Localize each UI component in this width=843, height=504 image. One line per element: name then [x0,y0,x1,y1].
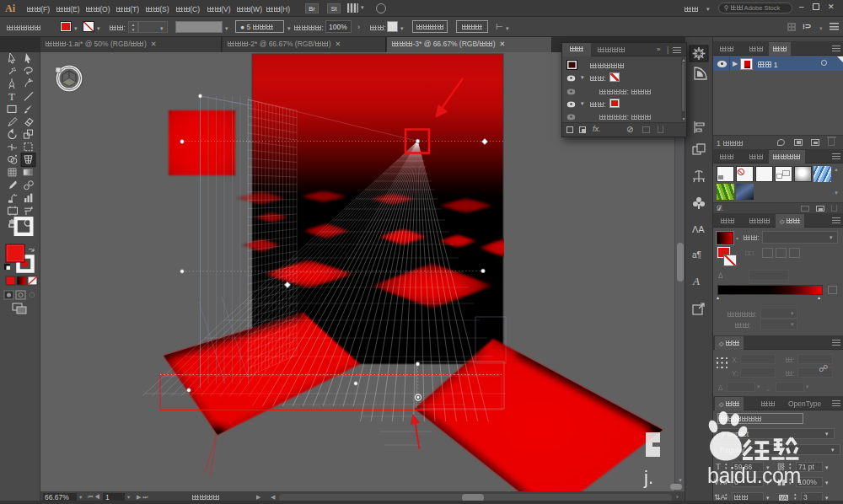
svg-text:A: A [692,275,700,287]
svg-text:baidu.com: baidu.com [707,464,801,487]
svg-text:j.: j. [643,467,653,488]
svg-text:ɅA: ɅA [692,224,705,234]
svg-text:a¶: a¶ [692,250,701,260]
svg-text:T: T [8,90,15,103]
